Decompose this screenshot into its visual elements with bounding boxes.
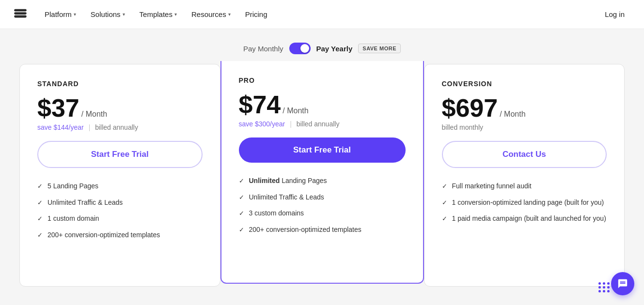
check-icon: ✓: [442, 182, 447, 191]
list-item: ✓ 1 paid media campaign (built and launc…: [442, 214, 607, 224]
nav-menu: Platform ▾ Solutions ▾ Templates ▾ Resou…: [39, 6, 597, 22]
list-item: ✓ Unlimited Landing Pages: [239, 176, 406, 186]
list-item: ✓ 1 custom domain: [37, 214, 203, 224]
pro-price-period: / Month: [283, 107, 308, 115]
conversion-features-list: ✓ Full marketing funnel audit ✓ 1 conver…: [442, 182, 607, 224]
svg-rect-2: [14, 9, 27, 11]
svg-rect-0: [14, 12, 27, 15]
standard-features-list: ✓ 5 Landing Pages ✓ Unlimited Traffic & …: [37, 182, 203, 240]
nav-item-resources[interactable]: Resources ▾: [186, 6, 236, 22]
nav-item-pricing[interactable]: Pricing: [239, 6, 273, 22]
billing-toggle-section: Pay Monthly Pay Yearly SAVE MORE: [0, 29, 644, 64]
nav-item-platform[interactable]: Platform ▾: [39, 6, 82, 22]
chevron-down-icon: ▾: [174, 12, 177, 17]
conversion-cta-button[interactable]: Contact Us: [442, 141, 607, 168]
list-item: ✓ Unlimited Traffic & Leads: [239, 193, 406, 202]
pro-price-amount: $74: [239, 92, 281, 117]
check-icon: ✓: [37, 231, 43, 240]
pro-plan-wrapper: BEST VALUE PRO $74 / Month save $300/yea…: [220, 64, 424, 284]
conversion-price-row: $697 / Month: [442, 95, 607, 121]
conversion-plan-card: CONVERSION $697 / Month billed monthly C…: [424, 64, 625, 287]
standard-price-amount: $37: [37, 95, 79, 121]
list-item: ✓ Full marketing funnel audit: [442, 182, 607, 191]
chat-icon: [617, 278, 628, 289]
standard-savings: save $144/year | billed annually: [37, 123, 203, 131]
pro-plan-card: PRO $74 / Month save $300/year | billed …: [220, 61, 424, 284]
nav-item-templates[interactable]: Templates ▾: [134, 6, 183, 22]
pro-features-list: ✓ Unlimited Landing Pages ✓ Unlimited Tr…: [239, 176, 406, 234]
pro-price-row: $74 / Month: [239, 92, 406, 117]
chat-bubble-button[interactable]: [611, 272, 634, 295]
standard-cta-button[interactable]: Start Free Trial: [37, 141, 203, 168]
standard-plan-title: STANDARD: [37, 80, 203, 88]
check-icon: ✓: [239, 193, 244, 202]
pricing-section: STANDARD $37 / Month save $144/year | bi…: [0, 64, 644, 305]
chevron-down-icon: ▾: [123, 12, 125, 17]
check-icon: ✓: [442, 214, 447, 223]
toggle-knob: [300, 44, 309, 53]
list-item: ✓ 200+ conversion-optimized templates: [37, 230, 203, 240]
list-item: ✓ 200+ conversion-optimized templates: [239, 225, 406, 235]
pay-yearly-label: Pay Yearly: [316, 45, 353, 53]
chevron-down-icon: ▾: [228, 12, 231, 17]
standard-plan-card: STANDARD $37 / Month save $144/year | bi…: [19, 64, 220, 287]
chevron-down-icon: ▾: [74, 12, 76, 17]
check-icon: ✓: [37, 198, 43, 207]
login-button[interactable]: Log in: [597, 6, 632, 22]
conversion-plan-title: CONVERSION: [442, 80, 607, 88]
check-icon: ✓: [442, 198, 447, 207]
billing-toggle[interactable]: [289, 43, 311, 54]
conversion-billing-note: billed monthly: [442, 123, 607, 131]
list-item: ✓ Unlimited Traffic & Leads: [37, 198, 203, 208]
pro-savings: save $300/year | billed annually: [239, 120, 406, 128]
list-item: ✓ 3 custom domains: [239, 209, 406, 218]
navigation: Platform ▾ Solutions ▾ Templates ▾ Resou…: [0, 0, 644, 29]
logo[interactable]: [12, 6, 29, 23]
check-icon: ✓: [239, 209, 244, 218]
dots-decoration: [598, 282, 610, 292]
check-icon: ✓: [239, 226, 244, 234]
svg-rect-1: [14, 15, 27, 17]
nav-item-solutions[interactable]: Solutions ▾: [85, 6, 131, 22]
check-icon: ✓: [37, 214, 43, 223]
list-item: ✓ 5 Landing Pages: [37, 182, 203, 191]
save-more-badge: SAVE MORE: [358, 44, 401, 53]
check-icon: ✓: [239, 177, 244, 185]
pro-plan-title: PRO: [239, 76, 406, 84]
conversion-price-period: / Month: [500, 110, 525, 119]
conversion-price-amount: $697: [442, 95, 498, 121]
standard-price-row: $37 / Month: [37, 95, 203, 121]
pro-cta-button[interactable]: Start Free Trial: [239, 137, 406, 163]
list-item: ✓ 1 conversion-optimized landing page (b…: [442, 198, 607, 208]
check-icon: ✓: [37, 182, 43, 191]
standard-price-period: / Month: [81, 110, 107, 119]
pay-monthly-label: Pay Monthly: [243, 45, 283, 53]
